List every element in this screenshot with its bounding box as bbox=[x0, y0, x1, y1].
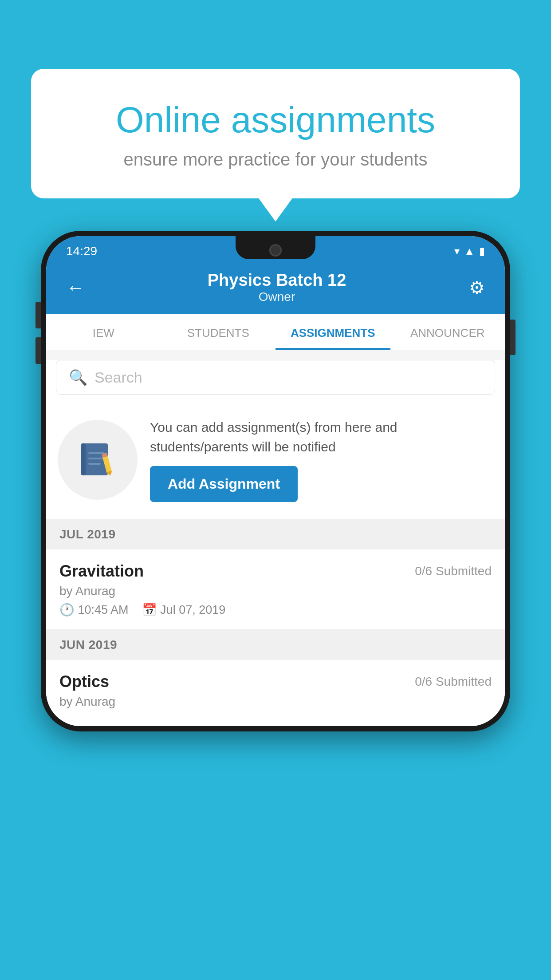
assignment-by-gravitation: by Anurag bbox=[59, 584, 492, 598]
content-area: 🔍 Search bbox=[46, 360, 505, 726]
search-placeholder: Search bbox=[94, 369, 142, 386]
section-header-jul: JUL 2019 bbox=[46, 519, 505, 549]
signal-icon: ▲ bbox=[464, 245, 475, 257]
tab-assignments[interactable]: ASSIGNMENTS bbox=[276, 314, 390, 350]
svg-rect-4 bbox=[88, 463, 101, 465]
time-icon: 🕐 10:45 AM bbox=[59, 603, 129, 617]
volume-up-button bbox=[35, 302, 41, 328]
tabs-bar: IEW STUDENTS ASSIGNMENTS ANNOUNCER bbox=[46, 314, 505, 350]
status-time: 14:29 bbox=[66, 244, 97, 258]
header-title: Physics Batch 12 bbox=[208, 271, 346, 290]
phone-notch bbox=[236, 236, 315, 259]
speech-bubble: Online assignments ensure more practice … bbox=[31, 69, 520, 198]
volume-down-button bbox=[35, 337, 41, 364]
assignment-item-gravitation[interactable]: Gravitation 0/6 Submitted by Anurag 🕐 10… bbox=[46, 549, 505, 630]
assignment-name-gravitation: Gravitation bbox=[59, 562, 144, 581]
header-subtitle: Owner bbox=[208, 290, 346, 304]
assignment-row1: Gravitation 0/6 Submitted bbox=[59, 562, 492, 581]
settings-icon[interactable]: ⚙ bbox=[469, 277, 485, 298]
status-icons: ▾ ▲ ▮ bbox=[454, 245, 485, 257]
wifi-icon: ▾ bbox=[454, 245, 460, 257]
add-assignment-right: You can add assignment(s) from here and … bbox=[150, 418, 493, 502]
assignment-submitted-optics: 0/6 Submitted bbox=[415, 675, 492, 689]
tab-students[interactable]: STUDENTS bbox=[161, 314, 276, 350]
power-button bbox=[510, 320, 516, 355]
speech-bubble-container: Online assignments ensure more practice … bbox=[31, 69, 520, 198]
date-icon: 📅 Jul 07, 2019 bbox=[142, 603, 226, 617]
add-assignment-section: You can add assignment(s) from here and … bbox=[46, 404, 505, 519]
assignment-datetime-gravitation: 🕐 10:45 AM 📅 Jul 07, 2019 bbox=[59, 603, 492, 617]
header-title-group: Physics Batch 12 Owner bbox=[208, 271, 346, 304]
assignment-by-optics: by Anurag bbox=[59, 695, 492, 709]
assignment-name-optics: Optics bbox=[59, 672, 109, 691]
assignment-item-optics[interactable]: Optics 0/6 Submitted by Anurag bbox=[46, 660, 505, 726]
tab-iew[interactable]: IEW bbox=[46, 314, 161, 350]
add-assignment-button[interactable]: Add Assignment bbox=[150, 466, 298, 502]
speech-bubble-subtitle: ensure more practice for your students bbox=[67, 150, 484, 170]
battery-icon: ▮ bbox=[479, 245, 485, 257]
back-button[interactable]: ← bbox=[66, 277, 85, 298]
phone-frame: 14:29 ▾ ▲ ▮ ← Physics Batch 12 Owner ⚙ bbox=[41, 231, 510, 731]
app-header: ← Physics Batch 12 Owner ⚙ bbox=[46, 263, 505, 314]
assignment-submitted-gravitation: 0/6 Submitted bbox=[415, 564, 492, 578]
svg-rect-3 bbox=[88, 458, 104, 459]
assignment-row1-optics: Optics 0/6 Submitted bbox=[59, 672, 492, 691]
svg-rect-2 bbox=[88, 452, 104, 454]
search-bar[interactable]: 🔍 Search bbox=[56, 360, 495, 395]
add-assignment-text: You can add assignment(s) from here and … bbox=[150, 418, 493, 456]
phone-camera bbox=[269, 244, 282, 257]
search-icon: 🔍 bbox=[69, 368, 87, 386]
svg-rect-1 bbox=[81, 443, 86, 475]
phone-wrapper: 14:29 ▾ ▲ ▮ ← Physics Batch 12 Owner ⚙ bbox=[41, 231, 510, 731]
section-header-jun: JUN 2019 bbox=[46, 630, 505, 660]
phone-screen: 14:29 ▾ ▲ ▮ ← Physics Batch 12 Owner ⚙ bbox=[46, 236, 505, 726]
notebook-icon-circle bbox=[58, 420, 138, 500]
speech-bubble-title: Online assignments bbox=[67, 100, 484, 140]
tab-announcements[interactable]: ANNOUNCER bbox=[390, 314, 505, 350]
notebook-icon bbox=[78, 440, 118, 480]
